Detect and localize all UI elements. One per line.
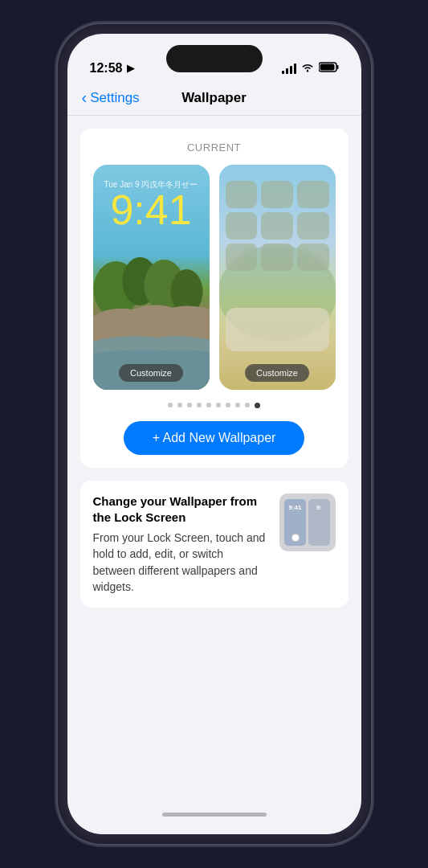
app-icon (226, 212, 258, 240)
status-icons (282, 61, 339, 76)
dot-9[interactable] (245, 403, 250, 407)
wallpaper-previews: Tue Jan 9 丙戌年冬月せー 9:41 Customize (93, 165, 336, 390)
illus-screen-left: 9:41 (284, 499, 306, 546)
info-illustration: 9:41 9: (279, 493, 336, 551)
dot-6[interactable] (216, 403, 221, 407)
signal-bars (282, 63, 296, 74)
home-screen-content (219, 165, 336, 390)
home-indicator[interactable] (162, 813, 267, 817)
signal-bar-1 (282, 71, 284, 74)
info-body: From your Lock Screen, touch and hold to… (93, 530, 268, 595)
back-label: Settings (90, 90, 139, 106)
wallpaper-card: CURRENT (80, 129, 349, 468)
signal-bar-3 (290, 66, 292, 74)
app-icon (297, 181, 329, 208)
widget-placeholder (226, 308, 329, 351)
svg-point-0 (306, 70, 308, 72)
time-display: 12:58 (90, 61, 123, 76)
current-label: CURRENT (93, 141, 336, 154)
main-content: CURRENT (67, 116, 361, 834)
phone-frame: 12:58 ▶ (58, 24, 371, 844)
dot-5[interactable] (206, 403, 211, 407)
illus-time-right: 9: (316, 504, 322, 511)
app-icon (261, 212, 293, 240)
illus-screen-right: 9: (308, 499, 330, 546)
lock-screen-preview[interactable]: Tue Jan 9 丙戌年冬月せー 9:41 Customize (93, 165, 210, 390)
app-icon (226, 244, 258, 271)
app-icon (261, 244, 293, 271)
add-wallpaper-button[interactable]: + Add New Wallpaper (124, 421, 305, 455)
nav-bar: ‹ Settings Wallpaper (67, 80, 361, 116)
dot-2[interactable] (177, 403, 182, 407)
page-dots (93, 403, 336, 408)
illus-time-left: 9:41 (288, 504, 301, 511)
dot-8[interactable] (235, 403, 240, 407)
dot-1[interactable] (168, 403, 173, 407)
signal-bar-2 (286, 68, 288, 74)
app-icons-grid (226, 181, 329, 271)
page-title: Wallpaper (181, 90, 247, 106)
app-icon (226, 181, 258, 208)
illus-home-button (291, 534, 300, 542)
dot-7[interactable] (226, 403, 230, 407)
status-time: 12:58 ▶ (90, 61, 135, 76)
back-button[interactable]: ‹ Settings (82, 88, 140, 107)
info-title: Change your Wallpaper from the Lock Scre… (93, 493, 268, 525)
dot-10-active[interactable] (255, 403, 260, 408)
location-icon: ▶ (127, 63, 134, 74)
battery-icon (319, 61, 339, 76)
info-text-block: Change your Wallpaper from the Lock Scre… (93, 493, 268, 595)
home-customize-button[interactable]: Customize (245, 364, 309, 382)
phone-screen: 12:58 ▶ (67, 34, 361, 834)
dot-4[interactable] (197, 403, 202, 407)
back-chevron-icon: ‹ (82, 88, 88, 107)
app-icon (297, 244, 329, 271)
dynamic-island (166, 45, 263, 72)
svg-rect-3 (320, 64, 334, 71)
lock-time: 9:41 (93, 189, 210, 231)
app-icon (297, 212, 329, 240)
app-icon (261, 181, 293, 208)
wifi-icon (301, 62, 314, 75)
home-screen-preview[interactable]: Customize (219, 165, 336, 390)
lock-customize-button[interactable]: Customize (119, 364, 183, 382)
svg-rect-2 (336, 65, 338, 69)
dot-3[interactable] (187, 403, 192, 407)
signal-bar-4 (294, 63, 296, 74)
info-card: Change your Wallpaper from the Lock Scre… (80, 481, 349, 608)
lock-screen-content: Tue Jan 9 丙戌年冬月せー 9:41 (93, 165, 210, 390)
